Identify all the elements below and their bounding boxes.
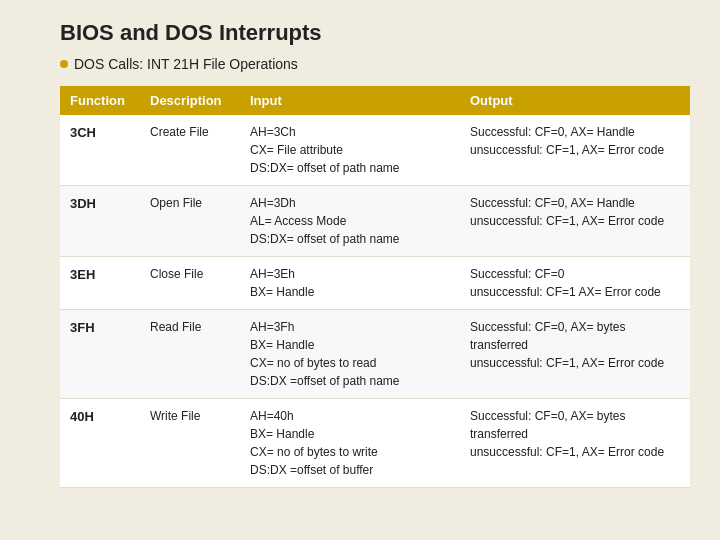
col-header-input: Input xyxy=(240,86,460,115)
interrupts-table: Function Description Input Output 3CHCre… xyxy=(60,86,690,488)
table-row: 3EHClose FileAH=3Eh BX= HandleSuccessful… xyxy=(60,257,690,310)
col-header-function: Function xyxy=(60,86,140,115)
page-title: BIOS and DOS Interrupts xyxy=(60,20,690,46)
cell-output: Successful: CF=0, AX= Handle unsuccessfu… xyxy=(460,186,690,257)
subtitle-text: DOS Calls: INT 21H File Operations xyxy=(74,56,298,72)
table-row: 3CHCreate FileAH=3Ch CX= File attribute … xyxy=(60,115,690,186)
cell-description: Close File xyxy=(140,257,240,310)
col-header-description: Description xyxy=(140,86,240,115)
cell-input: AH=40h BX= Handle CX= no of bytes to wri… xyxy=(240,399,460,488)
cell-input: AH=3Fh BX= Handle CX= no of bytes to rea… xyxy=(240,310,460,399)
subtitle-row: DOS Calls: INT 21H File Operations xyxy=(60,56,690,72)
table-row: 40HWrite FileAH=40h BX= Handle CX= no of… xyxy=(60,399,690,488)
cell-description: Open File xyxy=(140,186,240,257)
cell-output: Successful: CF=0 unsuccessful: CF=1 AX= … xyxy=(460,257,690,310)
cell-function: 40H xyxy=(60,399,140,488)
cell-input: AH=3Eh BX= Handle xyxy=(240,257,460,310)
table-row: 3FHRead FileAH=3Fh BX= Handle CX= no of … xyxy=(60,310,690,399)
cell-function: 3EH xyxy=(60,257,140,310)
cell-function: 3FH xyxy=(60,310,140,399)
cell-output: Successful: CF=0, AX= Handle unsuccessfu… xyxy=(460,115,690,186)
cell-output: Successful: CF=0, AX= bytes transferred … xyxy=(460,310,690,399)
col-header-output: Output xyxy=(460,86,690,115)
bullet-icon xyxy=(60,60,68,68)
cell-description: Write File xyxy=(140,399,240,488)
cell-input: AH=3Ch CX= File attribute DS:DX= offset … xyxy=(240,115,460,186)
cell-function: 3DH xyxy=(60,186,140,257)
page: BIOS and DOS Interrupts DOS Calls: INT 2… xyxy=(0,0,720,540)
table-row: 3DHOpen FileAH=3Dh AL= Access Mode DS:DX… xyxy=(60,186,690,257)
cell-description: Read File xyxy=(140,310,240,399)
cell-input: AH=3Dh AL= Access Mode DS:DX= offset of … xyxy=(240,186,460,257)
cell-description: Create File xyxy=(140,115,240,186)
cell-output: Successful: CF=0, AX= bytes transferred … xyxy=(460,399,690,488)
table-header-row: Function Description Input Output xyxy=(60,86,690,115)
cell-function: 3CH xyxy=(60,115,140,186)
